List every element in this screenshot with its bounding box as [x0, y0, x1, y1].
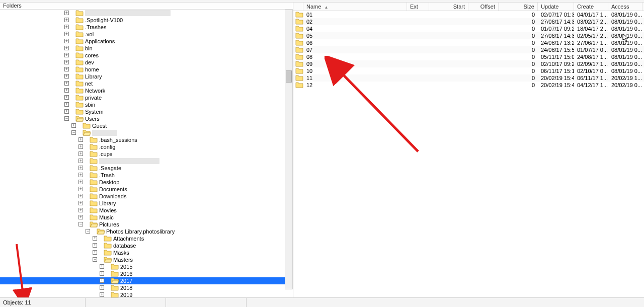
expand-icon[interactable] — [64, 18, 69, 22]
expand-icon[interactable] — [78, 159, 83, 163]
expand-icon[interactable] — [64, 11, 69, 15]
col-access[interactable]: Access — [608, 3, 642, 11]
tree-row[interactable]: sbin — [0, 101, 285, 108]
expand-icon[interactable] — [100, 264, 104, 269]
tree-row[interactable]: net — [0, 80, 285, 87]
expand-icon[interactable] — [64, 53, 69, 57]
collapse-icon[interactable] — [86, 229, 90, 234]
tree-row[interactable]: .Seagate — [0, 165, 285, 172]
expand-icon[interactable] — [64, 25, 69, 29]
table-row[interactable]: 09002/10/17 09:2...02/09/17 1...08/01/19… — [293, 60, 644, 67]
tree-row[interactable]: Masks — [0, 249, 285, 256]
expand-icon[interactable] — [78, 187, 83, 191]
tree-row[interactable]: Guest — [0, 122, 285, 129]
expand-icon[interactable] — [78, 166, 83, 170]
table-row[interactable]: 01002/07/17 01:3...04/01/17 1...08/01/19… — [293, 11, 644, 18]
tree-row[interactable] — [0, 129, 285, 136]
tree-row[interactable] — [0, 10, 285, 17]
expand-icon[interactable] — [78, 144, 83, 149]
tree-row[interactable]: Music — [0, 214, 285, 221]
expand-icon[interactable] — [78, 194, 83, 198]
tree-row[interactable]: 2018 — [0, 284, 285, 291]
expand-icon[interactable] — [93, 243, 97, 248]
expand-icon[interactable] — [100, 292, 104, 297]
tree-row[interactable]: .config — [0, 143, 285, 150]
tree-row[interactable] — [0, 158, 285, 165]
tree-row[interactable]: Documents — [0, 186, 285, 193]
col-update[interactable]: Update — [538, 3, 574, 11]
tree-row[interactable]: Network — [0, 87, 285, 94]
tree-row[interactable]: Library — [0, 73, 285, 80]
tree-row[interactable]: .Trashes — [0, 24, 285, 31]
table-row[interactable]: 12020/02/19 15:4...04/12/17 1...20/02/19… — [293, 82, 644, 89]
col-offset[interactable]: Offset — [468, 3, 499, 11]
tree-row[interactable]: Downloads — [0, 193, 285, 200]
col-name[interactable]: Name ▲ — [303, 3, 407, 11]
expand-icon[interactable] — [78, 180, 83, 184]
tree-row[interactable]: 2016 — [0, 270, 285, 277]
tree-row[interactable]: home — [0, 66, 285, 73]
tree-row[interactable]: Users — [0, 115, 285, 122]
tree-row[interactable]: Pictures — [0, 221, 285, 228]
expand-icon[interactable] — [100, 271, 104, 276]
collapse-icon[interactable] — [78, 222, 83, 226]
tree-row[interactable]: Movies — [0, 207, 285, 214]
expand-icon[interactable] — [64, 109, 69, 114]
collapse-icon[interactable] — [93, 257, 97, 262]
expand-icon[interactable] — [64, 67, 69, 71]
tree-row[interactable]: Desktop — [0, 179, 285, 186]
table-row[interactable]: 06024/08/17 13:2...27/06/17 1...08/01/19… — [293, 39, 644, 46]
expand-icon[interactable] — [78, 215, 83, 219]
expand-icon[interactable] — [100, 278, 104, 283]
expand-icon[interactable] — [64, 102, 69, 107]
tree-row[interactable]: .bash_sessions — [0, 136, 285, 143]
tree-row[interactable]: 2019 — [0, 291, 285, 297]
table-row[interactable]: 05027/06/17 14:3...02/05/17 2...08/01/19… — [293, 32, 644, 39]
col-icon[interactable] — [293, 3, 303, 11]
tree-row[interactable]: dev — [0, 59, 285, 66]
tree-row[interactable]: cores — [0, 52, 285, 59]
tree-row[interactable]: Photos Library.photoslibrary — [0, 228, 285, 235]
expand-icon[interactable] — [100, 285, 104, 290]
tree-row[interactable]: System — [0, 108, 285, 115]
expand-icon[interactable] — [64, 81, 69, 86]
expand-icon[interactable] — [78, 201, 83, 205]
tree-row[interactable]: .Spotlight-V100 — [0, 17, 285, 24]
folder-tree[interactable]: .Spotlight-V100 .Trashes .vol Applicatio… — [0, 10, 285, 297]
tree-row[interactable]: .Trash — [0, 172, 285, 179]
table-body[interactable]: 01002/07/17 01:3...04/01/17 1...08/01/19… — [293, 11, 644, 297]
col-start[interactable]: Start — [429, 3, 468, 11]
expand-icon[interactable] — [64, 88, 69, 93]
tree-row[interactable]: bin — [0, 45, 285, 52]
table-row[interactable]: 07024/08/17 15:5...01/07/17 0...08/01/19… — [293, 46, 644, 53]
tree-row[interactable]: .cups — [0, 150, 285, 158]
col-ext[interactable]: Ext — [407, 3, 429, 11]
tree-row[interactable]: Masters — [0, 256, 285, 263]
expand-icon[interactable] — [78, 137, 83, 142]
table-row[interactable]: 02027/06/17 14:3...03/02/17 2...08/01/19… — [293, 18, 644, 25]
expand-icon[interactable] — [64, 60, 69, 64]
expand-icon[interactable] — [78, 151, 83, 156]
tree-row[interactable]: 2015 — [0, 263, 285, 270]
expand-icon[interactable] — [78, 208, 83, 212]
expand-icon[interactable] — [71, 123, 76, 128]
expand-icon[interactable] — [64, 46, 69, 50]
tree-row[interactable]: Library — [0, 200, 285, 207]
tree-row[interactable]: private — [0, 94, 285, 101]
expand-icon[interactable] — [78, 173, 83, 177]
tree-row[interactable]: Applications — [0, 38, 285, 45]
tree-row[interactable]: Attachments — [0, 235, 285, 242]
tree-scrollbar-thumb[interactable] — [286, 70, 292, 83]
table-row[interactable]: 10006/11/17 15:1...02/10/17 0...08/01/19… — [293, 67, 644, 74]
expand-icon[interactable] — [64, 32, 69, 36]
col-create[interactable]: Create — [574, 3, 608, 11]
collapse-icon[interactable] — [71, 130, 76, 135]
expand-icon[interactable] — [64, 74, 69, 79]
tree-row[interactable]: 2017 — [0, 277, 285, 284]
expand-icon[interactable] — [64, 95, 69, 100]
expand-icon[interactable] — [93, 236, 97, 241]
table-row[interactable]: 08005/11/17 15:0...24/08/17 1...08/01/19… — [293, 53, 644, 60]
tree-row[interactable]: .vol — [0, 31, 285, 38]
expand-icon[interactable] — [93, 250, 97, 255]
table-row[interactable]: 04001/07/17 09:2...18/04/17 2...08/01/19… — [293, 25, 644, 32]
